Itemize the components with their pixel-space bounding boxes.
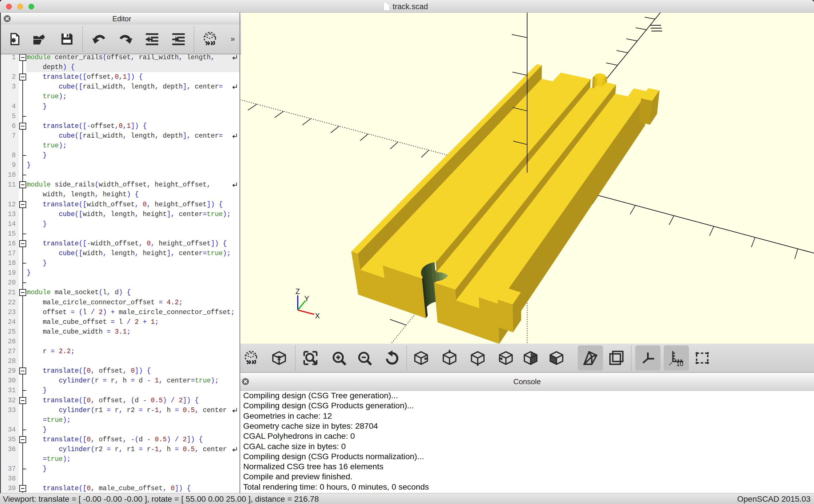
svg-text:10: 10 (676, 360, 683, 366)
svg-text:X: X (315, 312, 320, 320)
svg-text:»: » (231, 34, 235, 43)
svg-text:»»: »» (246, 356, 257, 366)
svg-text:Z: Z (295, 287, 300, 295)
svg-text:Y: Y (304, 295, 309, 303)
svg-text:»»: »» (205, 37, 216, 47)
